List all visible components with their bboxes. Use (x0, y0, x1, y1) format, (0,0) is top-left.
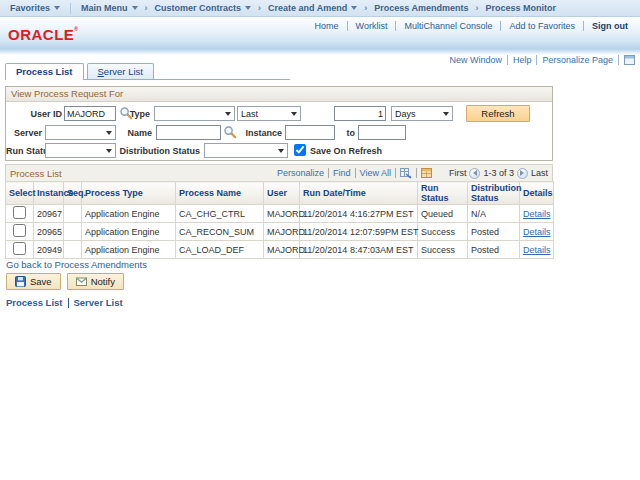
pager-first-label: First (449, 168, 467, 178)
component-links: Process List Server List (6, 297, 123, 308)
name-lookup-icon[interactable] (223, 125, 237, 139)
run-datetime-cell: 11/20/2014 12:07:59PM EST (300, 223, 418, 241)
view-process-request-box: View Process Request For User ID Type La… (5, 86, 553, 161)
nav-link-worklist[interactable]: Worklist (348, 21, 397, 31)
refresh-button[interactable]: Refresh (466, 105, 530, 122)
distribution-status-label: Distribution Status (118, 143, 200, 159)
type-select[interactable] (154, 106, 235, 121)
last-count-input[interactable] (334, 106, 386, 121)
row-select-checkbox[interactable] (13, 224, 26, 237)
pager-range: 1-3 of 3 (483, 168, 514, 178)
breadcrumb-item-main-menu[interactable]: Main Menu (79, 3, 140, 13)
arrow-left-icon (470, 170, 477, 176)
breadcrumb-item-process-amendments[interactable]: Process Amendments (372, 3, 470, 13)
notify-button[interactable]: Notify (67, 273, 124, 290)
view-all-link[interactable]: View All (356, 168, 395, 178)
process-type-cell: Application Engine (82, 241, 176, 259)
grid-title-bar: Process List Personalize Find View All F… (5, 164, 553, 181)
grid-pager: First 1-3 of 3 Last (449, 168, 548, 179)
distribution-status-select[interactable] (204, 143, 288, 158)
seq-cell (64, 223, 82, 241)
details-link[interactable]: Details (523, 209, 551, 219)
breadcrumb-chevron: › (359, 3, 372, 13)
breadcrumb-favorites[interactable]: Favorites (8, 3, 62, 13)
nav-link-sign-out[interactable]: Sign out (584, 21, 636, 31)
process-list-grid: Process List Personalize Find View All F… (5, 164, 553, 259)
instance-from-input[interactable] (285, 125, 335, 140)
distribution-status-cell: N/A (468, 205, 520, 223)
link-process-list[interactable]: Process List (6, 297, 63, 308)
unit-select[interactable]: Days (391, 106, 453, 121)
row-select-checkbox[interactable] (13, 206, 26, 219)
export-grid-icon[interactable] (396, 168, 416, 179)
breadcrumb-divider (70, 3, 71, 14)
notify-icon (76, 276, 87, 287)
instance-cell: 20967 (34, 205, 64, 223)
breadcrumb-item-label: Process Monitor (485, 3, 556, 13)
new-window-icon[interactable] (624, 55, 635, 65)
select-cell (6, 241, 34, 259)
go-back-link[interactable]: Go back to Process Amendments (6, 259, 147, 270)
user-cell: MAJORD (264, 241, 300, 259)
name-label: Name (120, 125, 152, 141)
user-cell: MAJORD (264, 205, 300, 223)
server-select[interactable] (45, 125, 116, 140)
breadcrumb-item-label: Process Amendments (374, 3, 468, 13)
pager-prev-button[interactable] (469, 168, 480, 179)
chevron-down-icon (54, 6, 60, 13)
nav-link-multichannel-console[interactable]: MultiChannel Console (396, 21, 501, 31)
user-id-input[interactable] (64, 106, 116, 121)
details-link[interactable]: Details (523, 245, 551, 255)
row-select-checkbox[interactable] (13, 242, 26, 255)
breadcrumb-chevron: › (140, 3, 153, 13)
details-link[interactable]: Details (523, 227, 551, 237)
tab-label: Process List (16, 66, 73, 77)
col-process-name: Process Name (176, 182, 264, 205)
col-details: Details (520, 182, 554, 205)
col-seq: Seq. (64, 182, 82, 205)
run-status-select[interactable] (45, 143, 116, 158)
save-button-label: Save (30, 276, 52, 287)
save-on-refresh-checkbox[interactable] (294, 144, 306, 156)
process-name-cell: CA_RECON_SUM (176, 223, 264, 241)
pager-next-button[interactable] (517, 168, 528, 179)
select-cell (6, 223, 34, 241)
find-link[interactable]: Find (329, 168, 355, 178)
grid-title: Process List (10, 168, 62, 179)
instance-label: Instance (244, 125, 282, 141)
breadcrumb-item-process-monitor[interactable]: Process Monitor (483, 3, 558, 13)
breadcrumb-item-label: Customer Contracts (155, 3, 242, 13)
breadcrumb-item-label: Main Menu (81, 3, 128, 13)
col-run-datetime: Run Date/Time (300, 182, 418, 205)
oracle-logo-text: ORACLE (8, 26, 74, 43)
help-link[interactable]: Help (508, 55, 538, 65)
to-label: to (338, 125, 355, 141)
popout-grid-icon[interactable] (417, 168, 437, 179)
page-header: ORACLE® Home Worklist MultiChannel Conso… (0, 17, 640, 49)
user-id-label: User ID (22, 106, 62, 122)
tab-process-list[interactable]: Process List (5, 63, 84, 80)
link-server-list[interactable]: Server List (74, 297, 123, 308)
save-on-refresh-label: Save On Refresh (310, 143, 400, 159)
action-buttons: Save Notify (6, 273, 124, 290)
breadcrumb-item-customer-contracts[interactable]: Customer Contracts (153, 3, 254, 13)
nav-link-home[interactable]: Home (307, 21, 348, 31)
breadcrumb-item-create-and-amend[interactable]: Create and Amend (266, 3, 359, 13)
run-status-label: Run Status (6, 143, 42, 159)
nav-link-add-to-favorites[interactable]: Add to Favorites (501, 21, 584, 31)
save-button[interactable]: Save (6, 273, 61, 290)
seq-cell (64, 241, 82, 259)
instance-to-input[interactable] (358, 125, 406, 140)
links-divider (68, 298, 69, 308)
process-type-cell: Application Engine (82, 205, 176, 223)
select-cell (6, 205, 34, 223)
name-input[interactable] (156, 125, 221, 140)
new-window-link[interactable]: New Window (444, 55, 508, 65)
personalize-link[interactable]: Personalize (273, 168, 328, 178)
tab-bar: Process List Server List (5, 62, 290, 80)
last-select[interactable]: Last (237, 106, 301, 121)
personalize-page-link[interactable]: Personalize Page (537, 55, 619, 65)
tab-server-list[interactable]: Server List (87, 63, 154, 79)
breadcrumb-favorites-label: Favorites (10, 3, 50, 13)
grid-toolbar: Personalize Find View All First 1-3 of 3 (273, 168, 548, 179)
